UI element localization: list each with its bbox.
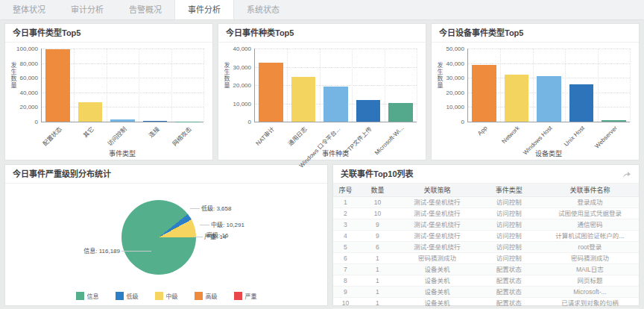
x-tick-label: 其它 xyxy=(81,125,95,139)
table-cell: 6 xyxy=(333,253,358,264)
table-cell: 测试-堡垒机绕行 xyxy=(397,219,477,231)
gridline-vertical xyxy=(417,49,417,122)
table-cell: 配置状态 xyxy=(477,298,541,309)
table-cell: 3 xyxy=(333,219,358,231)
legend-item-info[interactable]: 信息 xyxy=(76,292,99,300)
gridline-vertical xyxy=(352,49,353,122)
tab-overall-status[interactable]: 整体状况 xyxy=(0,0,58,19)
legend-label: 信息 xyxy=(87,292,99,300)
gridline-vertical xyxy=(203,49,204,122)
column-header: 数量 xyxy=(358,184,397,197)
x-tick-label: 访问控制 xyxy=(105,125,127,147)
legend-swatch-high xyxy=(195,292,203,300)
table-cell: 1 xyxy=(358,264,397,275)
x-axis-title: 设备类型 xyxy=(467,149,630,158)
table-cell: 设备关机 xyxy=(397,287,477,298)
panel-title-severity: 今日事件严重级别分布统计 xyxy=(13,169,111,180)
table-cell: 测试-堡垒机绕行 xyxy=(397,242,477,253)
export-icon[interactable] xyxy=(622,171,631,178)
y-tick-label: 50,000 xyxy=(446,46,464,52)
plot-area: 020,00040,00060,00080,000100,000 xyxy=(41,49,203,122)
column-header: 序号 xyxy=(333,184,358,197)
table-cell: 访问控制 xyxy=(477,253,541,264)
legend-item-mid[interactable]: 中级 xyxy=(155,292,178,300)
bar-NAT审计 xyxy=(259,63,283,122)
correlated-events-table: 序号数量关联策略事件类型关联事件名称 110测试-堡垒机绕行访问控制登录成功21… xyxy=(333,184,639,309)
table-header: 序号数量关联策略事件类型关联事件名称 xyxy=(333,184,639,197)
y-tick-label: 10,000 xyxy=(446,104,464,110)
pie-label-severe: 严重: 14 xyxy=(204,232,226,240)
table-body: 110测试-堡垒机绕行访问控制登录成功210测试-堡垒机绕行访问控制试图使用显式… xyxy=(333,197,639,309)
top-tab-bar: 整体状况 审计分析 告警概况 事件分析 系统状态 xyxy=(0,0,644,20)
panel-event-type-top5: 今日事件类型Top5 发生数量020,00040,00060,00080,000… xyxy=(4,23,213,160)
pie-label-info: 信息: 116,189 xyxy=(83,246,120,255)
x-tick-label: 配置状态 xyxy=(40,125,63,147)
table-row[interactable]: 91设备关机配置状态Microsoft-... xyxy=(333,287,639,298)
bar-Unix Host xyxy=(569,84,594,122)
table-row[interactable]: 49测试-堡垒机绕行访问控制计算机试图验证帐户的... xyxy=(333,231,639,242)
x-tick-label: 网络攻击 xyxy=(171,125,193,147)
x-tick-label: Webserver xyxy=(593,125,619,150)
tab-system-status[interactable]: 系统状态 xyxy=(234,0,292,19)
plot-area: 010,00020,00030,00040,00050,000 xyxy=(467,49,630,122)
table-row[interactable]: 71设备关机配置状态MAIL日志 xyxy=(333,264,639,275)
table-cell: 已请求到对象的句柄 xyxy=(541,298,639,309)
legend-swatch-mid xyxy=(155,292,163,300)
table-row[interactable]: 61密码猜测成功访问控制密码猜测成功 xyxy=(333,253,639,264)
legend-item-low[interactable]: 低级 xyxy=(116,292,139,300)
tab-audit-analysis[interactable]: 审计分析 xyxy=(58,0,116,19)
table-cell: 设备关机 xyxy=(397,275,477,287)
bar-Network xyxy=(505,75,529,122)
gridline-vertical xyxy=(139,49,139,122)
table-row[interactable]: 56测试-堡垒机绕行访问控制root登录 xyxy=(333,242,639,253)
bar-FTP文件上传 xyxy=(356,100,381,122)
panel-device-event-type-top5: 今日设备事件类型Top5 发生数量010,00020,00030,00040,0… xyxy=(431,23,640,160)
table-cell: 访问控制 xyxy=(477,242,541,253)
table-cell: MAIL日志 xyxy=(541,264,639,275)
y-tick-label: 20,000 xyxy=(233,82,251,89)
table-row[interactable]: 81设备关机配置状态网页标题 xyxy=(333,275,639,287)
table-cell: 配置状态 xyxy=(477,264,541,275)
table-cell: 网页标题 xyxy=(541,275,639,287)
x-axis-labels: NAT审计通用日志Windows 口令平台...FTP文件上传Microsoft… xyxy=(254,122,417,147)
gridline-vertical xyxy=(74,49,75,122)
panel-title-device-event-type: 今日设备事件类型Top5 xyxy=(439,28,523,39)
table-cell: 2 xyxy=(333,208,358,219)
legend-swatch-info xyxy=(76,292,84,300)
gridline-vertical xyxy=(171,49,172,122)
legend-item-severe[interactable]: 严重 xyxy=(234,292,257,300)
y-tick-label: 60,000 xyxy=(20,75,38,81)
bar-其它 xyxy=(78,102,103,122)
table-cell: 6 xyxy=(358,242,397,253)
legend-label: 高级 xyxy=(206,292,218,300)
x-tick-label: Unix Host xyxy=(563,125,586,148)
table-cell: 9 xyxy=(358,231,397,242)
table-cell: 10 xyxy=(333,298,358,309)
table-row[interactable]: 110测试-堡垒机绕行访问控制登录成功 xyxy=(333,197,639,208)
table-cell: 通信密码 xyxy=(541,219,639,231)
y-axis-title: 发生数量 xyxy=(435,62,443,89)
bar-Windows 口令平台... xyxy=(323,87,348,122)
table-cell: 密码猜测成功 xyxy=(541,253,639,264)
gridline-vertical xyxy=(287,49,288,122)
dashboard-content: 今日事件类型Top5 发生数量020,00040,00060,00080,000… xyxy=(0,20,644,309)
bottom-row: 今日事件严重级别分布统计 低级: 3,658 中级: 10,291 高级: 16… xyxy=(4,164,640,306)
panel-title-event-kind: 今日事件种类Top5 xyxy=(226,28,294,39)
table-row[interactable]: 210测试-堡垒机绕行访问控制试图使用显式凭据登录 xyxy=(333,208,639,219)
tab-event-analysis[interactable]: 事件分析 xyxy=(174,0,234,19)
x-tick-label: NAT审计 xyxy=(254,125,277,147)
table-cell: 设备关机 xyxy=(397,264,477,275)
y-tick-label: 0 xyxy=(35,119,38,125)
table-row[interactable]: 101设备关机配置状态已请求到对象的句柄 xyxy=(333,298,639,309)
table-cell: 计算机试图验证帐户的... xyxy=(541,231,639,242)
legend-label: 低级 xyxy=(127,292,139,300)
table-cell: 4 xyxy=(333,231,358,242)
gridline-vertical xyxy=(107,49,107,122)
table-cell: 访问控制 xyxy=(477,231,541,242)
legend-item-high[interactable]: 高级 xyxy=(195,292,218,300)
y-tick-label: 10,000 xyxy=(233,100,251,107)
table-row[interactable]: 39测试-堡垒机绕行访问控制通信密码 xyxy=(333,219,639,231)
tab-alert-overview[interactable]: 告警概况 xyxy=(116,0,174,19)
table-cell: 8 xyxy=(333,275,358,287)
gridline xyxy=(468,63,630,64)
